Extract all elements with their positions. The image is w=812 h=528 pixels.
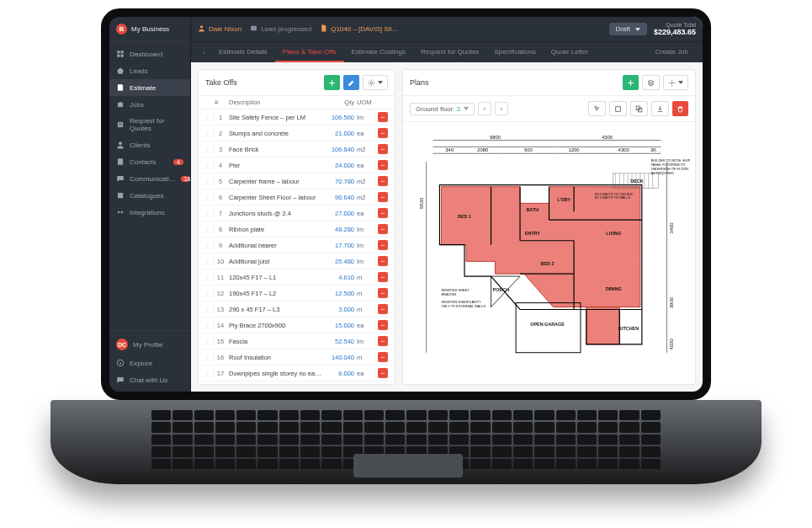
sidebar-item-clients[interactable]: Clients — [109, 136, 190, 153]
row-delete-button[interactable]: − — [378, 240, 388, 250]
row-description: Junctions studs @ 2.4 — [229, 210, 323, 217]
plan-tool-2[interactable] — [609, 101, 627, 116]
row-qty[interactable]: 106.840 — [326, 146, 354, 153]
tab-create-job[interactable]: Create Job — [648, 42, 696, 62]
sidebar-item-request-for-quotes[interactable]: Request for Quotes — [109, 113, 190, 136]
row-uom: lm — [357, 258, 375, 265]
expand-icon — [614, 105, 622, 113]
plan-prev-button[interactable]: ‹ — [478, 102, 491, 115]
row-delete-button[interactable]: − — [378, 352, 388, 362]
row-qty[interactable]: 48.280 — [326, 226, 354, 233]
row-qty[interactable]: 21.000 — [326, 130, 354, 137]
row-qty[interactable]: 90.640 — [326, 194, 354, 201]
row-qty[interactable]: 12.500 — [326, 290, 354, 297]
topbar-lead[interactable]: Lead progressed — [250, 24, 311, 34]
row-qty[interactable]: 25.480 — [326, 258, 354, 265]
tab-estimate-costings[interactable]: Estimate Costings — [344, 42, 413, 62]
tabs-scroll-left[interactable]: ‹ — [196, 42, 211, 62]
drag-handle-icon[interactable]: ⋮⋮ — [204, 194, 212, 201]
sidebar-item-catalogues[interactable]: Catalogues — [109, 187, 190, 204]
sidebar-bottom-explore[interactable]: Explore — [109, 355, 190, 371]
drag-handle-icon[interactable]: ⋮⋮ — [204, 338, 212, 345]
plan-delete-button[interactable] — [672, 101, 688, 116]
drag-handle-icon[interactable]: ⋮⋮ — [204, 306, 212, 313]
drag-handle-icon[interactable]: ⋮⋮ — [204, 130, 212, 137]
layers-icon — [647, 79, 655, 87]
drag-handle-icon[interactable]: ⋮⋮ — [204, 274, 212, 281]
floor-plan-drawing[interactable]: 9800 4300 340 2080 500 1200 4300 3K 5530 — [408, 127, 690, 379]
plan-next-button[interactable]: › — [495, 102, 508, 115]
sidebar-item-label: Dashboard — [130, 51, 162, 58]
row-qty[interactable]: 3.000 — [326, 306, 354, 313]
tab-quote-letter[interactable]: Quote Letter — [544, 42, 596, 62]
row-qty[interactable]: 27.000 — [326, 210, 354, 217]
drag-handle-icon[interactable]: ⋮⋮ — [204, 146, 212, 153]
row-qty[interactable]: 17.700 — [326, 242, 354, 249]
row-delete-button[interactable]: − — [378, 272, 388, 282]
row-qty[interactable]: 6.000 — [326, 370, 354, 377]
drag-handle-icon[interactable]: ⋮⋮ — [204, 370, 212, 377]
plan-tool-4[interactable] — [651, 101, 669, 116]
plan-tool-3[interactable] — [630, 101, 648, 116]
drag-handle-icon[interactable]: ⋮⋮ — [204, 290, 212, 297]
sidebar-item-integrations[interactable]: Integrations — [109, 204, 190, 221]
brand: B My Business — [109, 17, 190, 42]
plan-view-button[interactable] — [642, 75, 660, 90]
row-number: 6 — [215, 194, 226, 201]
sidebar-item-estimate[interactable]: Estimate — [109, 79, 190, 96]
row-delete-button[interactable]: − — [378, 288, 388, 298]
row-delete-button[interactable]: − — [378, 144, 388, 154]
row-qty[interactable]: 140.040 — [326, 354, 354, 361]
row-delete-button[interactable]: − — [378, 224, 388, 234]
drag-handle-icon[interactable]: ⋮⋮ — [204, 210, 212, 217]
add-takeoff-button[interactable] — [324, 75, 340, 90]
row-uom: m — [357, 290, 375, 297]
row-qty[interactable]: 15.000 — [326, 322, 354, 329]
row-uom: m — [357, 306, 375, 313]
row-delete-button[interactable]: − — [378, 192, 388, 202]
status-dropdown[interactable]: Draft — [609, 23, 647, 35]
row-qty[interactable]: 24.000 — [326, 162, 354, 169]
row-qty[interactable]: 52.540 — [326, 338, 354, 345]
drag-handle-icon[interactable]: ⋮⋮ — [204, 226, 212, 233]
sidebar-item-jobs[interactable]: Jobs — [109, 96, 190, 113]
sidebar-item-leads[interactable]: Leads — [109, 62, 190, 79]
row-delete-button[interactable]: − — [378, 176, 388, 186]
drag-handle-icon[interactable]: ⋮⋮ — [204, 354, 212, 361]
sidebar-item-contacts[interactable]: Contacts4 — [109, 153, 190, 170]
tab-specifications[interactable]: Specifications — [486, 42, 543, 62]
takeoff-settings-button[interactable] — [363, 75, 388, 90]
row-qty[interactable]: 106.560 — [326, 114, 354, 121]
drag-handle-icon[interactable]: ⋮⋮ — [204, 258, 212, 265]
add-plan-button[interactable] — [623, 75, 639, 90]
drag-handle-icon[interactable]: ⋮⋮ — [204, 114, 212, 121]
sidebar-item-communicati-[interactable]: Communicati…18 — [109, 170, 190, 187]
edit-takeoff-button[interactable] — [343, 75, 359, 90]
tab-plans-take-offs[interactable]: Plans & Take-Offs — [275, 42, 344, 62]
row-qty[interactable]: 4.610 — [326, 274, 354, 281]
row-delete-button[interactable]: − — [378, 368, 388, 378]
row-delete-button[interactable]: − — [378, 336, 388, 346]
sidebar-bottom-my-profile[interactable]: DCMy Profile — [109, 334, 190, 355]
drag-handle-icon[interactable]: ⋮⋮ — [204, 178, 212, 185]
sidebar-bottom-chat-with-us[interactable]: Chat with Us — [109, 371, 190, 388]
drag-handle-icon[interactable]: ⋮⋮ — [204, 242, 212, 249]
drag-handle-icon[interactable]: ⋮⋮ — [204, 322, 212, 329]
floor-select[interactable]: Ground floor 3 — [410, 103, 475, 115]
row-delete-button[interactable]: − — [378, 160, 388, 170]
row-delete-button[interactable]: − — [378, 128, 388, 138]
tab-estimate-details[interactable]: Estimate Details — [211, 42, 275, 62]
topbar-person[interactable]: Dale Nixon — [198, 24, 241, 34]
row-qty[interactable]: 70.780 — [326, 178, 354, 185]
drag-handle-icon[interactable]: ⋮⋮ — [204, 162, 212, 169]
row-delete-button[interactable]: − — [378, 256, 388, 266]
plan-tool-1[interactable] — [588, 101, 606, 116]
row-delete-button[interactable]: − — [378, 112, 388, 122]
row-delete-button[interactable]: − — [378, 320, 388, 330]
topbar-estimate[interactable]: Q1040 – [DAVIS] Sit… — [320, 24, 398, 34]
plan-settings-button[interactable] — [663, 75, 688, 90]
row-delete-button[interactable]: − — [378, 208, 388, 218]
tab-request-for-quotes[interactable]: Request for Quotes — [413, 42, 486, 62]
sidebar-item-dashboard[interactable]: Dashboard — [109, 45, 190, 62]
row-delete-button[interactable]: − — [378, 304, 388, 314]
